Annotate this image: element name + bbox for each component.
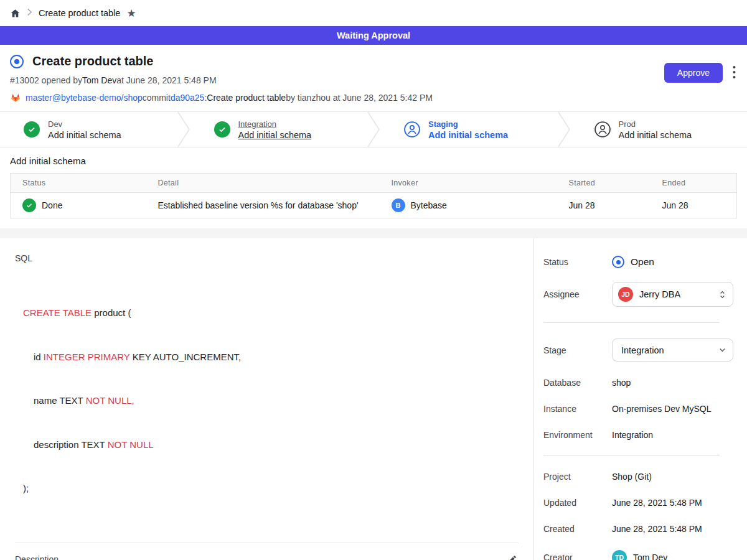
status-label: Status bbox=[543, 257, 612, 267]
breadcrumb-page-title: Create product table bbox=[39, 8, 120, 18]
gitlab-icon bbox=[10, 92, 21, 103]
check-circle-icon bbox=[214, 121, 230, 138]
stage-separator bbox=[557, 112, 571, 147]
issue-header: Create product table #13002 opened by To… bbox=[0, 45, 747, 111]
stage-task-label[interactable]: Add initial schema bbox=[619, 130, 692, 140]
sql-line: name TEXT NOT NULL, bbox=[23, 393, 519, 408]
stage-task-label[interactable]: Add initial schema bbox=[428, 130, 508, 140]
status-value: Open bbox=[631, 256, 654, 268]
issue-header-actions: Approve bbox=[664, 54, 737, 103]
up-down-chevron-icon bbox=[718, 290, 726, 299]
task-table-header: Status Detail Invoker Started Ended bbox=[11, 174, 737, 193]
more-options-icon[interactable] bbox=[731, 63, 737, 82]
issue-open-icon bbox=[10, 55, 24, 68]
pipeline-stage-integration[interactable]: Integration Add initial schema bbox=[190, 112, 367, 147]
assignee-label: Assignee bbox=[543, 289, 612, 299]
stage-value: Integration bbox=[621, 345, 712, 355]
stage-label: Stage bbox=[543, 345, 612, 355]
environment-label: Environment bbox=[543, 430, 612, 440]
stage-select[interactable]: Integration bbox=[612, 338, 733, 362]
sql-line: id INTEGER PRIMARY KEY AUTO_INCREMENT, bbox=[23, 350, 519, 365]
instance-value[interactable]: On-premises Dev MySQL bbox=[612, 404, 711, 414]
creator-avatar: TD bbox=[612, 550, 627, 560]
check-circle-icon bbox=[24, 121, 40, 138]
issue-opened-at: at June 28, 2021 5:48 PM bbox=[116, 75, 216, 85]
sql-code-block: CREATE TABLE product ( id INTEGER PRIMAR… bbox=[23, 276, 519, 525]
person-circle-icon bbox=[594, 121, 611, 138]
person-circle-icon bbox=[404, 121, 420, 138]
sql-line: ); bbox=[23, 481, 519, 496]
vcs-commit-line: master@bytebase-demo/shop commit da90a25… bbox=[10, 92, 433, 103]
stage-task-link[interactable]: Add initial schema bbox=[238, 130, 312, 140]
assignee-row: Assignee JD Jerry DBA bbox=[543, 282, 733, 307]
lower-content: SQL CREATE TABLE product ( id INTEGER PR… bbox=[0, 238, 747, 560]
project-row: Project Shop (Git) bbox=[543, 472, 733, 482]
pipeline-stage-prod[interactable]: Prod Add initial schema bbox=[571, 112, 747, 147]
creator-value: Tom Dev bbox=[633, 553, 667, 560]
sql-line: CREATE TABLE product ( bbox=[23, 306, 519, 320]
check-circle-icon bbox=[22, 198, 36, 212]
task-table: Status Detail Invoker Started Ended Done… bbox=[10, 173, 737, 218]
sql-label: SQL bbox=[15, 253, 519, 263]
stage-env-label: Staging bbox=[428, 119, 508, 129]
chevron-right-icon bbox=[27, 8, 32, 18]
stage-task-label[interactable]: Add initial schema bbox=[48, 130, 121, 140]
creator-label: Creator bbox=[543, 553, 612, 560]
edit-pencil-icon[interactable] bbox=[505, 553, 519, 560]
commit-message: Create product table bbox=[207, 93, 286, 103]
issue-sidebar: Status Open Assignee JD Jerry DBA bbox=[533, 238, 747, 560]
environment-row: Environment Integration bbox=[543, 430, 733, 440]
sql-line: description TEXT NOT NULL bbox=[23, 437, 519, 452]
commit-label: commit bbox=[143, 93, 171, 103]
project-label: Project bbox=[543, 472, 612, 482]
stage-env-label: Prod bbox=[619, 119, 692, 129]
main-column: SQL CREATE TABLE product ( id INTEGER PR… bbox=[0, 238, 533, 560]
favorite-star-icon[interactable]: ★ bbox=[126, 8, 136, 19]
home-icon[interactable] bbox=[10, 8, 21, 19]
issue-header-left: Create product table #13002 opened by To… bbox=[10, 54, 433, 103]
task-invoker: Bytebase bbox=[411, 200, 447, 210]
invoker-avatar: B bbox=[392, 198, 405, 212]
issue-meta: #13002 opened by Tom Dev at June 28, 202… bbox=[10, 75, 433, 85]
assignee-avatar: JD bbox=[618, 287, 633, 302]
task-detail: Established baseline version %s for data… bbox=[146, 193, 380, 218]
col-ended: Ended bbox=[651, 174, 737, 193]
issue-number-opened: #13002 opened by bbox=[10, 75, 82, 85]
assignee-select[interactable]: JD Jerry DBA bbox=[612, 282, 733, 307]
status-row: Status Open bbox=[543, 256, 733, 268]
task-row[interactable]: Done Established baseline version %s for… bbox=[11, 193, 737, 218]
pipeline-stage-bar: Dev Add initial schema Integration Add i… bbox=[0, 111, 747, 147]
stage-separator bbox=[177, 112, 190, 147]
commit-hash-link[interactable]: da90a25 bbox=[171, 93, 205, 103]
created-label: Created bbox=[543, 524, 612, 534]
task-section: Add initial schema Status Detail Invoker… bbox=[0, 147, 747, 228]
task-started: Jun 28 bbox=[557, 193, 651, 218]
updated-label: Updated bbox=[543, 498, 612, 508]
issue-opener: Tom Dev bbox=[82, 75, 116, 85]
instance-row: Instance On-premises Dev MySQL bbox=[543, 404, 733, 414]
pipeline-stage-staging[interactable]: Staging Add initial schema bbox=[380, 112, 557, 147]
assignee-value: Jerry DBA bbox=[639, 289, 712, 299]
task-status: Done bbox=[42, 200, 62, 210]
status-banner: Waiting Approval bbox=[0, 26, 747, 45]
pipeline-stage-dev[interactable]: Dev Add initial schema bbox=[0, 112, 177, 147]
stage-env-label: Dev bbox=[48, 119, 121, 129]
database-value[interactable]: shop bbox=[612, 378, 631, 388]
updated-value: June 28, 2021 5:48 PM bbox=[612, 498, 702, 508]
breadcrumb: Create product table ★ bbox=[0, 0, 747, 26]
approve-button[interactable]: Approve bbox=[664, 63, 723, 83]
divider bbox=[15, 543, 519, 543]
sidebar-divider bbox=[543, 455, 720, 456]
database-row: Database shop bbox=[543, 378, 733, 388]
page: Create product table ★ Waiting Approval … bbox=[0, 0, 747, 560]
created-row: Created June 28, 2021 5:48 PM bbox=[543, 524, 733, 534]
banner-label: Waiting Approval bbox=[337, 30, 410, 40]
sidebar-divider bbox=[543, 322, 720, 323]
stage-env-label[interactable]: Integration bbox=[238, 119, 312, 129]
vcs-branch-repo-link[interactable]: master@bytebase-demo/shop bbox=[26, 93, 143, 103]
chevron-down-icon bbox=[718, 346, 726, 354]
environment-value: Integration bbox=[612, 430, 653, 440]
commit-author-time: by tianzhou at June 28, 2021 5:42 PM bbox=[286, 93, 433, 103]
project-value[interactable]: Shop (Git) bbox=[612, 472, 652, 482]
creator-row: Creator TD Tom Dev bbox=[543, 550, 733, 560]
